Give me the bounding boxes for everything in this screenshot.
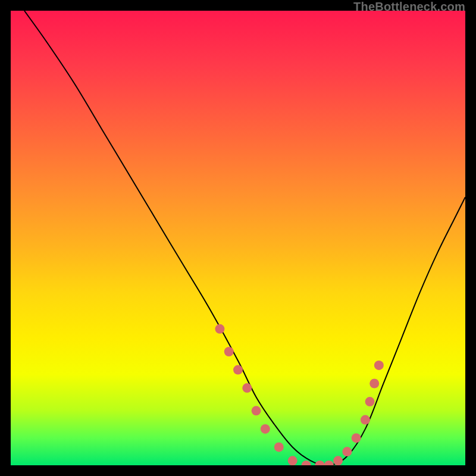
curve-marker [369, 378, 379, 388]
curve-marker [324, 461, 334, 465]
curve-marker [233, 365, 243, 375]
curve-marker [315, 461, 325, 465]
marker-layer [215, 324, 383, 465]
curve-marker [352, 433, 361, 443]
curve-marker [333, 456, 343, 465]
curve-marker [252, 406, 261, 415]
curve-marker [274, 442, 284, 452]
curve-marker [224, 347, 234, 356]
curve-marker [215, 324, 224, 334]
curve-marker [365, 397, 375, 406]
curve-marker [374, 361, 384, 370]
chart-stage: TheBottleneck.com [0, 0, 476, 476]
curve-marker [342, 447, 352, 456]
bottleneck-curve [24, 11, 465, 465]
curve-marker [261, 424, 270, 434]
watermark-text: TheBottleneck.com [353, 0, 465, 14]
curve-marker [288, 456, 298, 465]
curve-marker [361, 415, 370, 425]
curve-marker [302, 461, 311, 465]
plot-area [11, 11, 465, 465]
plot-svg [11, 11, 465, 465]
curve-marker [242, 383, 252, 393]
